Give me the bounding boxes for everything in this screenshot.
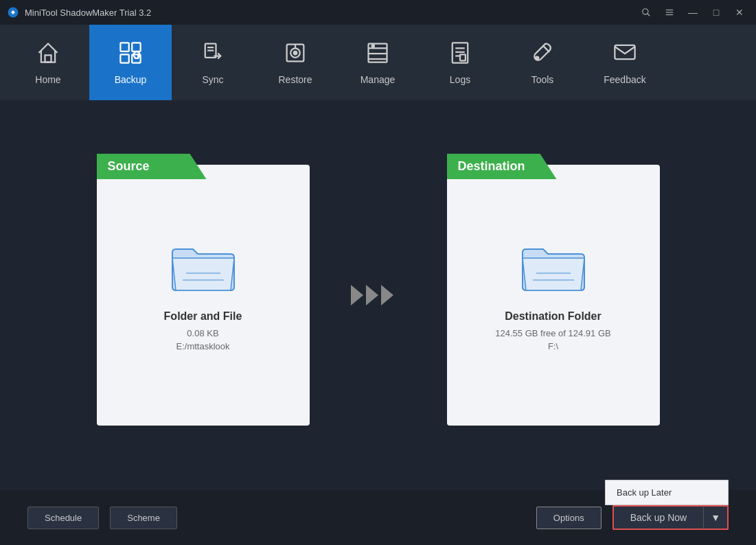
nav-item-backup[interactable]: Backup [89,25,172,100]
destination-title: Destination Folder [505,310,601,323]
backup-dropdown-button[interactable]: ▼ [703,505,729,530]
svg-marker-35 [381,285,393,305]
sync-icon [201,40,225,69]
close-button[interactable]: ✕ [730,5,749,19]
destination-free: 124.55 GB free of 124.91 GB [495,328,610,338]
backup-dropdown-menu: Back up Later [605,480,729,505]
nav-logs-label: Logs [450,74,470,85]
svg-rect-9 [120,54,128,62]
source-card[interactable]: Source Folder and File 0.08 KB E:/mttask… [97,165,310,426]
nav-item-sync[interactable]: Sync [172,25,254,100]
svg-rect-6 [45,55,51,62]
nav-item-logs[interactable]: Logs [419,25,501,100]
backup-now-group: Back up Now ▼ Back up Later [612,505,729,530]
options-button[interactable]: Options [536,507,602,529]
svg-line-2 [648,14,650,16]
svg-rect-8 [132,43,140,51]
nav-item-tools[interactable]: Tools [501,25,584,100]
nav-restore-label: Restore [278,74,312,85]
tools-icon [530,40,555,69]
main-content: Source Folder and File 0.08 KB E:/mttask… [0,100,756,490]
arrow-section [351,278,406,312]
home-icon [36,40,60,69]
nav-sync-label: Sync [202,74,223,85]
svg-marker-33 [351,285,363,305]
svg-point-16 [294,51,297,54]
source-size: 0.08 KB [187,328,218,338]
nav-feedback-label: Feedback [604,74,645,85]
app-title: MiniTool ShadowMaker Trial 3.2 [25,8,151,18]
minimize-button[interactable]: — [683,5,702,19]
destination-header: Destination [447,154,557,179]
nav-item-feedback[interactable]: Feedback [584,25,666,100]
nav-home-label: Home [35,74,60,85]
app-logo-icon [7,6,19,19]
title-bar-left: MiniTool ShadowMaker Trial 3.2 [7,6,151,19]
svg-point-29 [536,56,539,60]
restore-icon [283,40,308,69]
bottom-bar: Schedule Scheme Options Back up Now ▼ Ba… [0,490,756,545]
title-bar-controls: — □ ✕ [637,5,749,19]
search-button[interactable] [637,5,656,19]
bottom-left-actions: Schedule Scheme [27,507,177,529]
source-header: Source [97,154,207,179]
backup-later-item[interactable]: Back up Later [606,480,728,505]
source-path: E:/mttasklook [176,341,229,351]
svg-rect-30 [615,45,634,58]
source-folder-icon [169,239,238,297]
manage-icon [365,40,390,69]
svg-line-28 [543,45,549,51]
destination-path: F:\ [548,341,558,351]
backup-now-button[interactable]: Back up Now [612,505,703,530]
maximize-button[interactable]: □ [707,5,726,19]
svg-rect-27 [460,54,466,60]
backup-icon [118,40,143,69]
bottom-right-actions: Options Back up Now ▼ Back up Later [536,505,729,530]
scheme-button[interactable]: Scheme [110,507,177,529]
svg-point-1 [643,9,648,14]
logs-icon [448,40,472,69]
nav-item-home[interactable]: Home [7,25,89,100]
schedule-button[interactable]: Schedule [27,507,99,529]
nav-tools-label: Tools [531,74,554,85]
title-bar: MiniTool ShadowMaker Trial 3.2 — □ ✕ [0,0,756,25]
nav-backup-label: Backup [115,74,147,85]
nav-item-manage[interactable]: Manage [336,25,419,100]
destination-folder-icon [519,239,588,297]
svg-point-22 [372,45,374,47]
svg-rect-7 [120,43,128,51]
feedback-icon [612,40,637,69]
svg-marker-34 [366,285,378,305]
nav-bar: Home Backup Sync [0,25,756,100]
nav-manage-label: Manage [360,74,396,85]
source-title: Folder and File [164,310,242,323]
destination-card[interactable]: Destination Destination Folder 124.55 GB… [447,165,660,426]
nav-item-restore[interactable]: Restore [254,25,336,100]
menu-button[interactable] [660,5,679,19]
